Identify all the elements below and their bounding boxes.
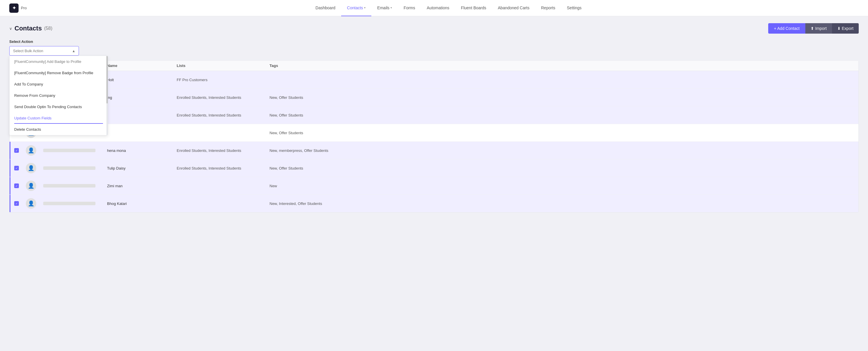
lists-cell: Enrolled Students, Interested Students — [177, 148, 270, 153]
row-checkbox-cell[interactable] — [14, 148, 26, 153]
row-checkbox[interactable] — [14, 183, 19, 188]
avatar: 👤 — [26, 198, 36, 209]
logo-icon: ✦ — [9, 3, 19, 13]
logo-text: Pro — [21, 6, 27, 10]
dropdown-item-remove-company[interactable]: Remove From Company — [9, 90, 107, 101]
email-cell — [43, 184, 107, 187]
email-blurred — [43, 149, 95, 152]
dropdown-item-add-company[interactable]: Add To Company — [9, 78, 107, 90]
avatar-cell: 👤 — [26, 181, 43, 191]
nav-item-emails[interactable]: Emails ▾ — [371, 0, 398, 16]
avatar: 👤 — [26, 145, 36, 156]
table-row: 👤 ing Enrolled Students, Interested Stud… — [9, 89, 859, 106]
tags-cell: New, Offer Students — [270, 95, 351, 100]
contacts-chevron-icon: ▾ — [364, 6, 366, 9]
row-checkbox-cell[interactable] — [14, 183, 26, 188]
nav-item-abandoned-carts[interactable]: Abandoned Carts — [492, 0, 535, 16]
select-action-label: Select Action — [9, 39, 859, 44]
row-checkbox-cell[interactable] — [14, 201, 26, 206]
table-row: 👤 Bhog Katari New, Interested, Offer Stu… — [9, 195, 859, 212]
avatar-cell: 👤 — [26, 145, 43, 156]
page-title-area: ∨ Contacts (58) — [9, 25, 53, 32]
dropdown-scrollbar — [106, 56, 107, 135]
tags-cell: New, Offer Students — [270, 113, 351, 117]
lists-cell: FF Pro Customers — [177, 78, 270, 82]
table-row: 👤 New, Offer Students — [9, 124, 859, 142]
row-checkbox[interactable] — [14, 166, 19, 170]
table-row: 👤 hena mona Enrolled Students, Intereste… — [9, 142, 859, 160]
email-cell — [43, 149, 107, 152]
nav-item-contacts[interactable]: Contacts ▾ — [341, 0, 371, 16]
contact-count: (58) — [44, 26, 52, 31]
nav-items: Dashboard Contacts ▾ Emails ▾ Forms Auto… — [38, 0, 859, 16]
th-tags: Tags — [270, 64, 351, 68]
table-header: Email Name Lists Tags — [9, 61, 859, 71]
email-cell — [43, 166, 107, 170]
row-checkbox[interactable] — [14, 201, 19, 206]
page-header: ∨ Contacts (58) + Add Contact ⬆ Import ⬇… — [9, 23, 859, 34]
lists-cell: Enrolled Students, Interested Students — [177, 95, 270, 100]
avatar-cell: 👤 — [26, 198, 43, 209]
name-cell: ing — [107, 95, 177, 100]
tags-cell: New, Interested, Offer Students — [270, 202, 351, 206]
row-checkbox[interactable] — [14, 148, 19, 153]
nav-item-reports[interactable]: Reports — [535, 0, 561, 16]
name-cell: Tulip Daisy — [107, 166, 177, 170]
email-cell — [43, 202, 107, 205]
th-name: Name — [107, 64, 177, 68]
nav-item-forms[interactable]: Forms — [398, 0, 421, 16]
app-logo[interactable]: ✦ Pro — [9, 3, 27, 13]
avatar: 👤 — [26, 181, 36, 191]
contacts-table: Email Name Lists Tags 👤 Holt FF Pro Cust… — [9, 60, 859, 213]
select-action-area: Select Action ▲ [FluentCommunity] Add Ba… — [9, 39, 859, 56]
nav-item-fluent-boards[interactable]: Fluent Boards — [455, 0, 492, 16]
page-title: Contacts — [14, 25, 42, 32]
nav-item-settings[interactable]: Settings — [561, 0, 587, 16]
name-cell: Holt — [107, 78, 177, 82]
bulk-action-wrapper: ▲ [FluentCommunity] Add Badge to Profile… — [9, 46, 79, 56]
table-row: 👤 Zimi man New — [9, 177, 859, 195]
dropdown-item-remove-badge[interactable]: [FluentCommunity] Remove Badge from Prof… — [9, 67, 107, 78]
emails-chevron-icon: ▾ — [391, 6, 392, 9]
dropdown-scrollbar-thumb — [106, 56, 107, 103]
bulk-action-input[interactable] — [9, 46, 79, 56]
tags-cell: New — [270, 184, 351, 188]
bulk-action-dropdown: [FluentCommunity] Add Badge to Profile [… — [9, 56, 108, 135]
page-content: ∨ Contacts (58) + Add Contact ⬆ Import ⬇… — [0, 16, 868, 220]
email-blurred — [43, 184, 95, 187]
table-row: 👤 Holt FF Pro Customers — [9, 71, 859, 89]
import-button[interactable]: ⬆ Import — [805, 23, 832, 34]
name-cell: Bhog Katari — [107, 202, 177, 206]
name-cell: Zimi man — [107, 184, 177, 188]
tags-cell: New, memberpress, Offer Students — [270, 148, 351, 153]
nav-item-automations[interactable]: Automations — [421, 0, 455, 16]
email-blurred — [43, 166, 95, 170]
table-row: 👤 Enrolled Students, Interested Students… — [9, 106, 859, 124]
lists-cell: Enrolled Students, Interested Students — [177, 166, 270, 170]
dropdown-item-add-badge[interactable]: [FluentCommunity] Add Badge to Profile — [9, 56, 107, 67]
add-contact-button[interactable]: + Add Contact — [768, 23, 805, 34]
tags-cell: New, Offer Students — [270, 131, 351, 135]
dropdown-item-send-optin[interactable]: Send Double Optin To Pending Contacts — [9, 101, 107, 112]
lists-cell: Enrolled Students, Interested Students — [177, 113, 270, 117]
dropdown-item-delete-contacts[interactable]: Delete Contacts — [9, 124, 107, 135]
avatar: 👤 — [26, 163, 36, 173]
name-cell: hena mona — [107, 148, 177, 153]
tags-cell: New, Offer Students — [270, 166, 351, 170]
top-navigation: ✦ Pro Dashboard Contacts ▾ Emails ▾ Form… — [0, 0, 868, 16]
th-lists: Lists — [177, 64, 270, 68]
email-blurred — [43, 202, 95, 205]
collapse-icon[interactable]: ∨ — [9, 26, 12, 31]
avatar-cell: 👤 — [26, 163, 43, 173]
table-row: 👤 Tulip Daisy Enrolled Students, Interes… — [9, 160, 859, 177]
header-actions: + Add Contact ⬆ Import ⬇ Export — [768, 23, 859, 34]
export-button[interactable]: ⬇ Export — [832, 23, 859, 34]
dropdown-item-update-custom-fields[interactable]: Update Custom Fields — [9, 112, 107, 124]
row-checkbox-cell[interactable] — [14, 166, 26, 170]
nav-item-dashboard[interactable]: Dashboard — [310, 0, 341, 16]
